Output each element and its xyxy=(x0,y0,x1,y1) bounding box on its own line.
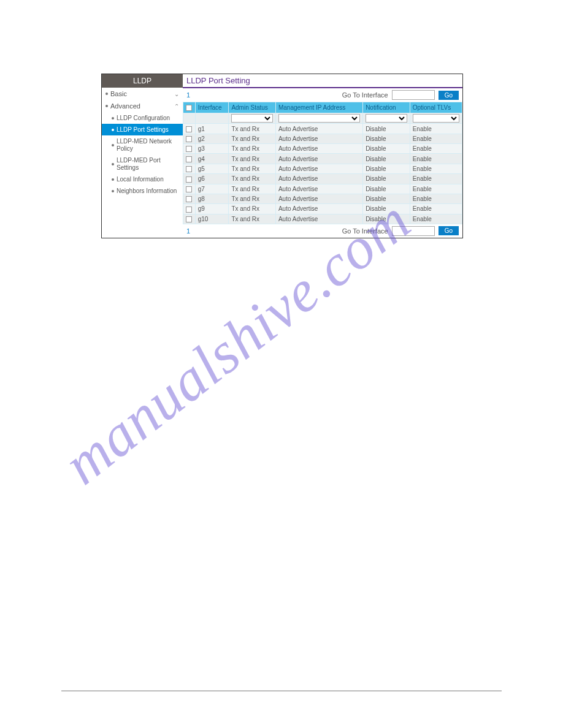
row-checkbox[interactable] xyxy=(186,146,192,152)
cell: Auto Advertise xyxy=(275,174,362,184)
main-panel: LLDP Port Setting 1 Go To Interface Go I… xyxy=(183,74,462,238)
row-checkbox[interactable] xyxy=(186,207,192,213)
sidebar-item-label: LLDP-MED Network Policy xyxy=(117,138,179,152)
cell xyxy=(183,174,196,184)
col-header-5: Optional TLVs xyxy=(410,102,462,113)
cell: Auto Advertise xyxy=(275,124,362,134)
cell: Enable xyxy=(410,214,462,224)
table-row: g7Tx and RxAuto AdvertiseDisableEnable xyxy=(183,184,462,194)
row-checkbox[interactable] xyxy=(186,186,192,192)
bottom-pager: 1 Go To Interface Go xyxy=(183,224,462,238)
goto-label: Go To Interface xyxy=(342,227,388,235)
filter-cell-5 xyxy=(410,113,462,124)
col-header-4: Notification xyxy=(363,102,410,113)
cell: Auto Advertise xyxy=(275,164,362,173)
row-checkbox[interactable] xyxy=(186,176,192,183)
go-button-top[interactable]: Go xyxy=(439,91,459,100)
filter-select-4[interactable] xyxy=(366,114,407,123)
bullet-icon xyxy=(112,117,114,119)
cell: Auto Advertise xyxy=(275,204,362,214)
table-row: g9Tx and RxAuto AdvertiseDisableEnable xyxy=(183,204,462,214)
table-header-row: InterfaceAdmin StatusManagement IP Addre… xyxy=(183,102,462,113)
sidebar-item-0[interactable]: Basic⌄ xyxy=(102,88,183,100)
cell xyxy=(183,124,196,134)
sidebar-item-label: Local Information xyxy=(117,176,164,183)
cell: g9 xyxy=(195,204,229,214)
cell: Auto Advertise xyxy=(275,134,362,143)
filter-cell-1 xyxy=(195,113,229,124)
table-row: g8Tx and RxAuto AdvertiseDisableEnable xyxy=(183,194,462,203)
cell: Disable xyxy=(363,164,410,173)
sidebar-item-4[interactable]: LLDP-MED Network Policy xyxy=(102,135,183,154)
go-button-bottom[interactable]: Go xyxy=(439,226,459,235)
goto-interface-input[interactable] xyxy=(392,226,435,236)
cell: Disable xyxy=(363,184,410,194)
cell: Enable xyxy=(410,184,462,194)
cell xyxy=(183,214,196,224)
top-pager: 1 Go To Interface Go xyxy=(183,88,462,102)
filter-cell-4 xyxy=(363,113,410,124)
select-all-checkbox[interactable] xyxy=(186,105,192,111)
bullet-icon xyxy=(105,93,108,95)
sidebar-header: LLDP xyxy=(102,74,183,88)
cell: Disable xyxy=(363,194,410,203)
page-indicator: 1 xyxy=(186,91,190,99)
filter-row xyxy=(183,113,462,124)
cell xyxy=(183,144,196,154)
cell: g7 xyxy=(195,184,229,194)
filter-cell-2 xyxy=(229,113,276,124)
row-checkbox[interactable] xyxy=(186,196,192,202)
cell: Auto Advertise xyxy=(275,214,362,224)
sidebar-item-6[interactable]: Local Information xyxy=(102,173,183,185)
bullet-icon xyxy=(112,144,114,146)
sidebar-item-label: Basic xyxy=(110,90,127,97)
cell: Enable xyxy=(410,154,462,164)
row-checkbox[interactable] xyxy=(186,216,192,222)
cell xyxy=(183,164,196,173)
chevron-down-icon: ⌄ xyxy=(174,91,179,97)
table-row: g1Tx and RxAuto AdvertiseDisableEnable xyxy=(183,124,462,134)
cell: g10 xyxy=(195,214,229,224)
sidebar-item-5[interactable]: LLDP-MED Port Settings xyxy=(102,154,183,173)
cell: Disable xyxy=(363,124,410,134)
goto-interface-input[interactable] xyxy=(392,90,435,100)
cell xyxy=(183,134,196,143)
row-checkbox[interactable] xyxy=(186,166,192,172)
col-header-0 xyxy=(183,102,196,113)
sidebar-item-1[interactable]: Advanced⌃ xyxy=(102,100,183,112)
cell: g6 xyxy=(195,174,229,184)
cell: Tx and Rx xyxy=(229,214,276,224)
filter-select-2[interactable] xyxy=(231,114,273,123)
filter-select-3[interactable] xyxy=(278,114,360,123)
row-checkbox[interactable] xyxy=(186,126,192,132)
cell: Disable xyxy=(363,144,410,154)
cell: Disable xyxy=(363,204,410,214)
row-checkbox[interactable] xyxy=(186,136,192,142)
cell xyxy=(183,194,196,203)
sidebar-item-3[interactable]: LLDP Port Settings xyxy=(102,124,183,135)
chevron-up-icon: ⌃ xyxy=(174,103,179,110)
sidebar-item-label: LLDP-MED Port Settings xyxy=(117,157,179,171)
sidebar-item-7[interactable]: Neighbors Information xyxy=(102,185,183,197)
cell: Disable xyxy=(363,174,410,184)
table-row: g6Tx and RxAuto AdvertiseDisableEnable xyxy=(183,174,462,184)
cell: Tx and Rx xyxy=(229,124,276,134)
cell: Disable xyxy=(363,134,410,143)
goto-label: Go To Interface xyxy=(342,91,388,99)
cell: Tx and Rx xyxy=(229,144,276,154)
cell: Enable xyxy=(410,134,462,143)
cell xyxy=(183,154,196,164)
cell: Enable xyxy=(410,174,462,184)
cell: Tx and Rx xyxy=(229,174,276,184)
cell: Auto Advertise xyxy=(275,144,362,154)
cell: Tx and Rx xyxy=(229,184,276,194)
cell: Auto Advertise xyxy=(275,154,362,164)
col-header-2: Admin Status xyxy=(229,102,276,113)
row-checkbox[interactable] xyxy=(186,156,192,162)
col-header-1: Interface xyxy=(195,102,229,113)
cell: Enable xyxy=(410,204,462,214)
filter-select-5[interactable] xyxy=(413,114,459,123)
cell xyxy=(183,204,196,214)
cell: Auto Advertise xyxy=(275,194,362,203)
sidebar-item-2[interactable]: LLDP Configuration xyxy=(102,112,183,124)
